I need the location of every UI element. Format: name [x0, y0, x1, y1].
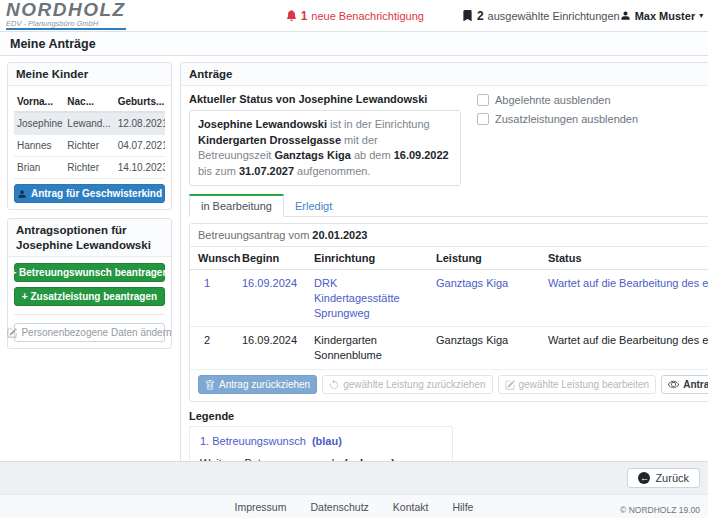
current-status-heading: Aktueller Status von Josephine Lewandows… [189, 93, 461, 105]
col-wunsch: Wunsch [190, 247, 234, 270]
back-button-label: Zurück [655, 472, 689, 484]
children-col-lastname: Nac... [64, 92, 114, 112]
undo-icon [329, 380, 339, 390]
wish-row-1[interactable]: 1 16.09.2024 DRK Kindertagesstätte Sprun… [190, 269, 708, 327]
brand-logo[interactable]: NORDHOLZ EDV - Planungsbüro GmbH [6, 0, 126, 30]
caret-down-icon: ▾ [699, 11, 703, 20]
child-row-hannes[interactable]: Hannes Richter 04.07.2021 [14, 135, 165, 157]
page-footer: Impressum Datenschutz Kontakt Hilfe © NO… [0, 494, 708, 518]
edit-icon [505, 380, 515, 390]
bell-icon [286, 10, 297, 21]
tab-in-bearbeitung[interactable]: in Bearbeitung [189, 194, 284, 217]
wish-begin: 16.09.2024 [234, 327, 306, 370]
withdraw-application-button[interactable]: Antrag zurückziehen [198, 375, 317, 394]
bookmark-icon [462, 10, 473, 21]
bottom-bar: ← Zurück [0, 462, 708, 494]
applications-panel: Anträge Aktueller Status von Josephine L… [180, 62, 708, 462]
selected-facilities-link[interactable]: 2 ausgewählte Einrichtungen [462, 9, 620, 23]
request-actions: Antrag zurückziehen gewählte Leistung zu… [190, 370, 708, 401]
hide-rejected-filter[interactable]: Abgelehnte ausblenden [477, 94, 638, 106]
applications-column: Anträge Aktueller Status von Josephine L… [180, 62, 708, 455]
wishes-table: Wunsch Beginn Einrichtung Leistung Statu… [190, 247, 708, 370]
withdraw-service-button[interactable]: gewählte Leistung zurückziehen [322, 375, 492, 394]
application-options-title: Antragsoptionen für Josephine Lewandowsk… [8, 219, 171, 257]
application-options-panel: Antragsoptionen für Josephine Lewandowsk… [7, 218, 172, 349]
user-name: Max Muster [635, 10, 696, 22]
copyright: © NORDHOLZ 19.00 [620, 505, 700, 515]
status-alert: Josephine Lewandowski ist in der Einrich… [189, 110, 461, 186]
request-title-prefix: Betreuungsantrag vom [198, 229, 309, 241]
request-extra-service-button[interactable]: + Zusatzleistung beantragen [14, 287, 165, 306]
child-dob: 12.08.2021 [115, 112, 165, 135]
trash-icon [205, 380, 215, 390]
hide-extra-services-filter[interactable]: Zusatzleistungen ausblenden [477, 113, 638, 125]
child-row-josephine[interactable]: Josephine Lewand... 12.08.2021 [14, 112, 165, 135]
request-care-wish-button[interactable]: + Betreuungswunsch beantragen [14, 263, 165, 282]
footer-link-kontakt[interactable]: Kontakt [393, 501, 429, 513]
notification-count: 1 [301, 9, 308, 23]
wish-number: 1 [190, 269, 234, 327]
left-sidebar: Meine Kinder Vorna... Nac... Geburts... … [7, 62, 172, 455]
edit-personal-data-button[interactable]: Personenbezogene Daten ändern [14, 323, 165, 342]
hide-rejected-checkbox[interactable] [477, 94, 489, 106]
edit-service-button[interactable]: gewählte Leistung bearbeiten [498, 375, 657, 394]
my-children-title: Meine Kinder [8, 63, 171, 86]
tab-erledigt[interactable]: Erledigt [284, 196, 343, 216]
legend-title: Legende [189, 410, 708, 422]
brand-subtitle: EDV - Planungsbüro GmbH [6, 20, 126, 31]
wish-facility: DRK Kindertagesstätte Sprungweg [306, 269, 428, 327]
footer-link-datenschutz[interactable]: Datenschutz [310, 501, 368, 513]
notifications-link[interactable]: 1 neue Benachrichtigung [286, 9, 424, 23]
legend-box: 1. Betreuungswunsch (blau) Weiterer Betr… [189, 426, 453, 462]
col-einrichtung: Einrichtung [306, 247, 428, 270]
edit-personal-data-label: Personenbezogene Daten ändern [21, 327, 171, 338]
applications-title: Anträge [181, 63, 708, 86]
wish-begin: 16.09.2024 [234, 269, 306, 327]
child-row-brian[interactable]: Brian Richter 14.10.2023 [14, 157, 165, 179]
child-lastname: Richter [64, 157, 114, 179]
top-navbar: NORDHOLZ EDV - Planungsbüro GmbH 1 neue … [0, 0, 708, 32]
notification-label: neue Benachrichtigung [311, 10, 424, 22]
child-lastname: Lewand... [64, 112, 114, 135]
sibling-application-button[interactable]: Antrag für Geschwisterkind [14, 184, 165, 203]
user-icon [620, 10, 631, 21]
hide-extra-services-checkbox[interactable] [477, 113, 489, 125]
footer-link-impressum[interactable]: Impressum [235, 501, 287, 513]
back-arrow-icon: ← [638, 472, 650, 484]
wish-status: Wartet auf die Bearbeitung des ersten Wu… [540, 269, 708, 327]
wish-row-2[interactable]: 2 16.09.2024 Kindergarten Sonnenblume Ga… [190, 327, 708, 370]
children-col-dob: Geburts... [115, 92, 165, 112]
col-status: Status [540, 247, 708, 270]
my-children-panel: Meine Kinder Vorna... Nac... Geburts... … [7, 62, 172, 210]
main-content: Meine Kinder Vorna... Nac... Geburts... … [0, 56, 708, 462]
wish-service: Ganztags Kiga [428, 327, 540, 370]
child-dob: 14.10.2023 [115, 157, 165, 179]
facilities-label: ausgewählte Einrichtungen [488, 10, 620, 22]
legend-item-first-wish: 1. Betreuungswunsch (blau) [200, 434, 442, 448]
col-beginn: Beginn [234, 247, 306, 270]
withdraw-service-label: gewählte Leistung zurückziehen [343, 379, 485, 390]
back-button[interactable]: ← Zurück [627, 468, 700, 488]
children-col-firstname: Vorna... [14, 92, 64, 112]
care-request-card: Betreuungsantrag vom 20.01.2023 #3 Wunsc… [189, 223, 708, 402]
hide-rejected-label: Abgelehnte ausblenden [495, 94, 611, 106]
eye-icon [668, 379, 679, 390]
wish-facility: Kindergarten Sonnenblume [306, 327, 428, 370]
view-application-data-button[interactable]: Antragsdaten einsehen [661, 375, 708, 394]
person-icon [17, 189, 27, 199]
child-firstname: Josephine [14, 112, 64, 135]
children-table: Vorna... Nac... Geburts... Josephine Lew… [14, 92, 165, 179]
user-menu[interactable]: Max Muster ▾ [620, 10, 704, 22]
request-date: 20.01.2023 [312, 229, 367, 241]
pencil-icon [7, 328, 17, 338]
child-dob: 04.07.2021 [115, 135, 165, 157]
status-tabs: in Bearbeitung Erledigt [189, 194, 708, 217]
wish-service: Ganztags Kiga [428, 269, 540, 327]
filter-options: Abgelehnte ausblenden Zusatzleistungen a… [477, 93, 638, 132]
hide-extra-services-label: Zusatzleistungen ausblenden [495, 113, 638, 125]
footer-link-hilfe[interactable]: Hilfe [452, 501, 473, 513]
withdraw-application-label: Antrag zurückziehen [219, 379, 310, 390]
wish-status: Wartet auf die Bearbeitung des ersten Wu… [540, 327, 708, 370]
edit-service-label: gewählte Leistung bearbeiten [519, 379, 650, 390]
child-firstname: Hannes [14, 135, 64, 157]
